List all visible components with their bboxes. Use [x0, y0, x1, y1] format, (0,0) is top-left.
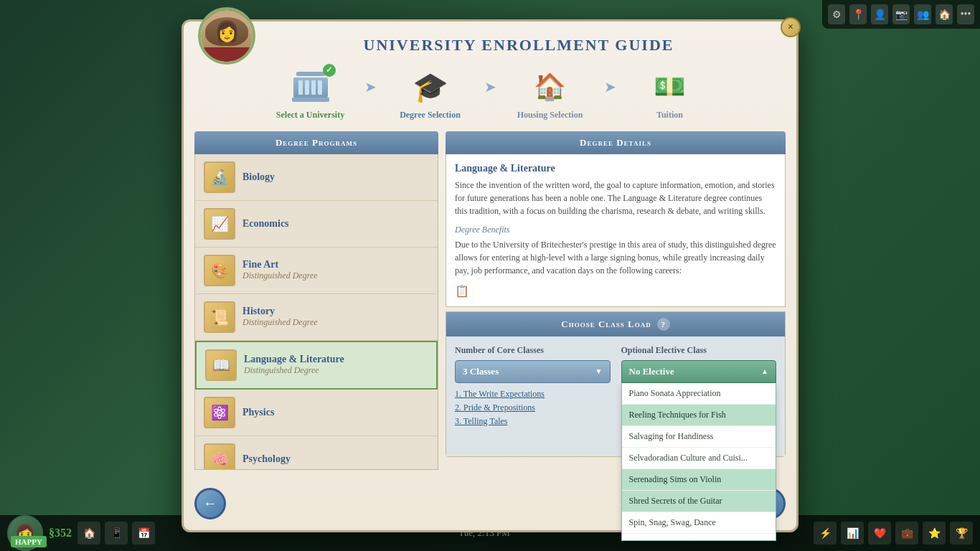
- degree-list: 🔬 Biology 📈 Economics 🎨: [194, 154, 438, 470]
- elective-dropdown-container: No Elective ▲ Piano Sonata Appreciation …: [621, 360, 777, 383]
- modal-content: Degree Programs 🔬 Biology 📈 Economics: [184, 131, 796, 481]
- core-class-1[interactable]: 1. The Write Expectations: [455, 389, 611, 400]
- modal-title: University Enrollment Guide: [255, 36, 782, 55]
- language-name: Language & Literature: [244, 354, 428, 365]
- degree-item-fine-art[interactable]: 🎨 Fine Art Distinguished Degree: [195, 248, 438, 294]
- core-class-3[interactable]: 3. Telling Tales: [455, 416, 611, 427]
- core-dropdown-container: 3 Classes ▼: [455, 360, 611, 383]
- degree-programs-header: Degree Programs: [194, 131, 438, 154]
- fine-art-icon: 🎨: [204, 255, 235, 286]
- detail-benefits-label: Degree Benefits: [455, 225, 776, 235]
- degree-item-language-literature[interactable]: 📖 Language & Literature Distinguished De…: [195, 341, 438, 390]
- degree-item-economics[interactable]: 📈 Economics: [195, 201, 438, 248]
- dropdown-down-arrow-icon: ▼: [595, 367, 603, 375]
- elective-option-spin[interactable]: Spin, Snag, Swag, Dance: [622, 512, 776, 534]
- step-degree-selection[interactable]: 🎓 Degree Selection: [377, 67, 484, 121]
- degree-item-history[interactable]: 📜 History Distinguished Degree: [195, 294, 438, 341]
- core-classes-dropdown[interactable]: 3 Classes ▼: [455, 360, 611, 383]
- elective-option-piano[interactable]: Piano Sonata Appreciation: [622, 383, 776, 405]
- class-load-header: Choose Class Load ?: [446, 312, 785, 336]
- fine-art-name: Fine Art: [242, 259, 429, 270]
- physics-name: Physics: [242, 407, 429, 418]
- degree-details: Language & Literature Since the inventio…: [446, 154, 786, 307]
- elective-option-shred[interactable]: Shred Secrets of the Guitar: [622, 491, 776, 512]
- history-subtitle: Distinguished Degree: [242, 317, 429, 328]
- avatar-image: 👩: [201, 10, 253, 62]
- physics-icon: ⚛️: [204, 397, 235, 428]
- core-classes-column: Number of Core Classes 3 Classes ▼ 1. Th…: [455, 345, 611, 430]
- help-button[interactable]: ?: [657, 318, 670, 331]
- elective-option-serenading[interactable]: Serenading Sims on Violin: [622, 469, 776, 491]
- detail-degree-name: Language & Literature: [455, 163, 776, 174]
- back-arrow-icon: ←: [203, 495, 217, 512]
- language-icon: 📖: [205, 349, 237, 381]
- core-classes-list: 1. The Write Expectations 2. Pride & Pre…: [455, 389, 611, 427]
- modal-overlay: × 👩 University Enrollment Guide: [0, 0, 980, 551]
- psychology-name: Psychology: [242, 453, 429, 465]
- detail-description: Since the invention of the written word,…: [455, 179, 776, 217]
- step-arrow-2: ➤: [484, 78, 496, 95]
- language-subtitle: Distinguished Degree: [244, 365, 428, 376]
- right-panel: Degree Details Language & Literature Sin…: [446, 131, 786, 470]
- step-university-label: Select a University: [276, 110, 344, 121]
- history-icon: 📜: [204, 301, 235, 333]
- step-degree-label: Degree Selection: [400, 110, 461, 121]
- degree-item-psychology[interactable]: 🧠 Psychology: [195, 436, 438, 470]
- step-university-icon: ✓: [289, 67, 332, 107]
- dropdown-up-arrow-icon: ▲: [761, 367, 768, 375]
- class-load-section: Choose Class Load ? Number of Core Class…: [446, 311, 786, 457]
- class-load-title: Choose Class Load: [561, 319, 651, 330]
- elective-column: Optional Elective Class No Elective ▲ Pi…: [621, 345, 777, 430]
- back-button[interactable]: ←: [194, 488, 226, 519]
- economics-name: Economics: [242, 218, 429, 230]
- core-classes-value: 3 Classes: [463, 366, 499, 377]
- elective-dropdown[interactable]: No Elective ▲: [621, 360, 777, 383]
- step-housing-icon: 🏠: [529, 67, 572, 107]
- class-load-content: Number of Core Classes 3 Classes ▼ 1. Th…: [446, 336, 785, 456]
- step-arrow-1: ➤: [364, 78, 377, 95]
- career-icon: 📋: [455, 284, 776, 298]
- biology-name: Biology: [242, 171, 429, 183]
- elective-option-reeling[interactable]: Reeling Techniques for Fish: [622, 405, 776, 426]
- avatar: 👩: [198, 7, 255, 65]
- modal-header: University Enrollment Guide: [184, 22, 796, 62]
- step-checkmark: ✓: [323, 64, 336, 77]
- elective-option-tummy[interactable]: Tummy Rubs: Pet Training 101: [622, 534, 776, 541]
- fine-art-subtitle: Distinguished Degree: [242, 270, 429, 281]
- step-housing-label: Housing Selection: [517, 110, 583, 121]
- economics-icon: 📈: [204, 208, 235, 240]
- step-housing-selection[interactable]: 🏠 Housing Selection: [496, 67, 604, 121]
- detail-benefits-text: Due to the University of Britechester's …: [455, 238, 776, 277]
- step-tuition-icon: 💵: [649, 67, 692, 107]
- close-button[interactable]: ×: [781, 17, 801, 37]
- core-class-2[interactable]: 2. Pride & Prepositions: [455, 402, 611, 413]
- enrollment-modal: × 👩 University Enrollment Guide: [182, 19, 798, 532]
- degree-item-biology[interactable]: 🔬 Biology: [195, 154, 438, 201]
- elective-option-salvaging[interactable]: Salvaging for Handiness: [622, 426, 776, 448]
- steps-container: ✓ Select a University ➤ 🎓 Degree Selecti…: [184, 62, 796, 131]
- step-degree-icon: 🎓: [409, 67, 452, 107]
- step-select-university[interactable]: ✓ Select a University: [257, 67, 364, 121]
- biology-icon: 🔬: [204, 161, 235, 193]
- degree-item-physics[interactable]: ⚛️ Physics: [195, 390, 438, 436]
- elective-option-selvadoradian[interactable]: Selvadoradian Culture and Cuisi...: [622, 448, 776, 469]
- elective-label: Optional Elective Class: [621, 345, 777, 356]
- class-load-columns: Number of Core Classes 3 Classes ▼ 1. Th…: [455, 345, 776, 430]
- left-panel: Degree Programs 🔬 Biology 📈 Economics: [194, 131, 438, 470]
- psychology-icon: 🧠: [204, 443, 235, 470]
- core-classes-label: Number of Core Classes: [455, 345, 611, 356]
- history-name: History: [242, 306, 429, 317]
- elective-options-list: Piano Sonata Appreciation Reeling Techni…: [621, 383, 777, 541]
- degree-details-scroll: Language & Literature Since the inventio…: [455, 163, 776, 298]
- step-tuition[interactable]: 💵 Tuition: [616, 67, 724, 121]
- step-arrow-3: ➤: [604, 78, 616, 95]
- degree-details-header: Degree Details: [446, 131, 786, 154]
- elective-value: No Elective: [629, 366, 674, 377]
- step-tuition-label: Tuition: [656, 110, 683, 121]
